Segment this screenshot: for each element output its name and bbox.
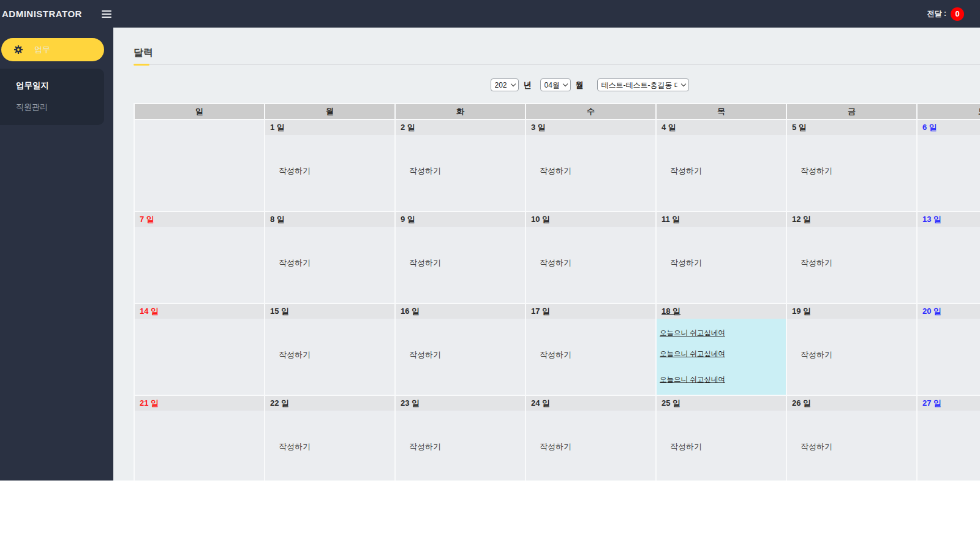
calendar-cell: 7 일: [135, 212, 264, 303]
sidebar-item-worklog[interactable]: 업무일지: [16, 80, 104, 91]
calendar-cell-header: 15 일: [265, 304, 394, 319]
sidebar: 업무 업무일지 직원관리: [0, 28, 113, 481]
day-number[interactable]: 18 일: [662, 306, 680, 317]
day-number: 4 일: [662, 122, 676, 133]
gear-icon: [13, 45, 23, 55]
month-select-wrap: 04월: [540, 78, 571, 91]
write-entry-link[interactable]: 작성하기: [540, 165, 571, 177]
notification-badge[interactable]: 0: [951, 7, 964, 21]
calendar-cell-header: 21 일: [135, 396, 264, 411]
work-log-entry-link[interactable]: 오늘으니 쉬고싶네여: [660, 329, 725, 338]
day-number: 8 일: [270, 214, 285, 225]
calendar-cell: 3 일작성하기: [526, 120, 655, 211]
calendar-cell: 27 일: [918, 396, 980, 481]
year-suffix-label: 년: [524, 80, 532, 91]
write-entry-link[interactable]: 작성하기: [279, 441, 311, 452]
work-log-entry-link[interactable]: 오늘으니 쉬고싶네여: [660, 349, 725, 359]
calendar-cell: 4 일작성하기: [657, 120, 786, 211]
main-content: 달력 2024 년 04월 월 테스트-테스트-홍길동 대리: [113, 28, 980, 481]
day-number: 7 일: [140, 214, 154, 225]
calendar-cell: [135, 120, 264, 211]
write-entry-link[interactable]: 작성하기: [279, 165, 311, 177]
calendar-cell-header: 13 일: [918, 212, 980, 227]
write-entry-link[interactable]: 작성하기: [409, 257, 441, 268]
calendar-cell: 12 일작성하기: [787, 212, 916, 303]
day-number: 15 일: [270, 306, 289, 317]
day-number: 1 일: [270, 122, 285, 133]
sidebar-submenu: 업무일지 직원관리: [0, 69, 104, 125]
calendar-cell-header: 3 일: [526, 120, 655, 135]
day-number: 16 일: [401, 306, 420, 317]
write-entry-link[interactable]: 작성하기: [409, 441, 441, 452]
sidebar-item-staff[interactable]: 직원관리: [16, 102, 104, 113]
calendar-cell: 24 일작성하기: [526, 396, 655, 481]
calendar-cell-header: 24 일: [526, 396, 655, 411]
calendar-cell-header: 26 일: [787, 396, 916, 411]
write-entry-link[interactable]: 작성하기: [409, 349, 441, 360]
calendar-cell: 17 일작성하기: [526, 304, 655, 395]
calendar-cell-header: 2 일: [396, 120, 525, 135]
calendar-cell-header: 10 일: [526, 212, 655, 227]
member-select[interactable]: 테스트-테스트-홍길동 대리: [597, 78, 689, 91]
calendar-cell-header: 18 일: [657, 304, 786, 319]
day-number: 17 일: [531, 306, 550, 317]
day-number: 2 일: [401, 122, 415, 133]
year-select[interactable]: 2024: [491, 78, 519, 91]
brand-title: ADMINISTRATOR: [2, 9, 82, 19]
calendar-cell-header: 11 일: [657, 212, 786, 227]
member-select-wrap: 테스트-테스트-홍길동 대리: [597, 78, 689, 91]
calendar-cell: 18 일오늘으니 쉬고싶네여오늘으니 쉬고싶네여오늘으니 쉬고싶네여: [657, 304, 786, 395]
write-entry-link[interactable]: 작성하기: [670, 257, 702, 268]
write-entry-link[interactable]: 작성하기: [540, 257, 571, 268]
calendar-cell: 11 일작성하기: [657, 212, 786, 303]
calendar-cell-header: 17 일: [526, 304, 655, 319]
write-entry-link[interactable]: 작성하기: [279, 349, 311, 360]
write-entry-link[interactable]: 작성하기: [801, 441, 832, 452]
calendar-cell-header: 8 일: [265, 212, 394, 227]
write-entry-link[interactable]: 작성하기: [540, 349, 571, 360]
day-number: 12 일: [792, 214, 811, 225]
write-entry-link[interactable]: 작성하기: [801, 349, 832, 360]
calendar-cell-header: 14 일: [135, 304, 264, 319]
write-entry-link[interactable]: 작성하기: [409, 165, 441, 177]
calendar-cell-header: 19 일: [787, 304, 916, 319]
sidebar-menu-work[interactable]: 업무: [1, 38, 104, 61]
title-divider: [134, 64, 980, 65]
calendar-cell: 13 일: [918, 212, 980, 303]
calendar-cell-header: 12 일: [787, 212, 916, 227]
page-title: 달력: [134, 47, 980, 58]
write-entry-link[interactable]: 작성하기: [540, 441, 571, 452]
calendar-cell-header: 23 일: [396, 396, 525, 411]
weekday-header: 일: [135, 104, 264, 119]
day-number: 26 일: [792, 398, 811, 409]
calendar-cell-header: 9 일: [396, 212, 525, 227]
day-number: 3 일: [531, 122, 546, 133]
day-number: 9 일: [401, 214, 415, 225]
topbar: ADMINISTRATOR 전달 : 0: [0, 0, 980, 28]
calendar-cell: 1 일작성하기: [265, 120, 394, 211]
write-entry-link[interactable]: 작성하기: [670, 165, 702, 177]
write-entry-link[interactable]: 작성하기: [279, 257, 311, 268]
calendar-cell: 10 일작성하기: [526, 212, 655, 303]
work-log-entry-link[interactable]: 오늘으니 쉬고싶네여: [660, 375, 725, 384]
calendar-cell: 9 일작성하기: [396, 212, 525, 303]
calendar-cell-header: 6 일: [918, 120, 980, 135]
calendar-cell-header: 27 일: [918, 396, 980, 411]
day-number: 20 일: [922, 306, 941, 317]
topbar-right: 전달 : 0: [927, 7, 964, 21]
calendar-cell: 26 일작성하기: [787, 396, 916, 481]
month-suffix-label: 월: [576, 80, 584, 91]
write-entry-link[interactable]: 작성하기: [670, 441, 702, 452]
day-number: 5 일: [792, 122, 807, 133]
calendar-cell: 23 일작성하기: [396, 396, 525, 481]
weekday-header: 수: [526, 104, 655, 119]
month-select[interactable]: 04월: [540, 78, 571, 91]
calendar-cell-header: 20 일: [918, 304, 980, 319]
calendar-cell: 6 일: [918, 120, 980, 211]
write-entry-link[interactable]: 작성하기: [801, 165, 832, 177]
sidebar-menu-work-label: 업무: [34, 44, 50, 55]
day-number: 14 일: [140, 306, 159, 317]
calendar-cell: 19 일작성하기: [787, 304, 916, 395]
hamburger-menu-icon[interactable]: [102, 10, 111, 18]
write-entry-link[interactable]: 작성하기: [801, 257, 832, 268]
